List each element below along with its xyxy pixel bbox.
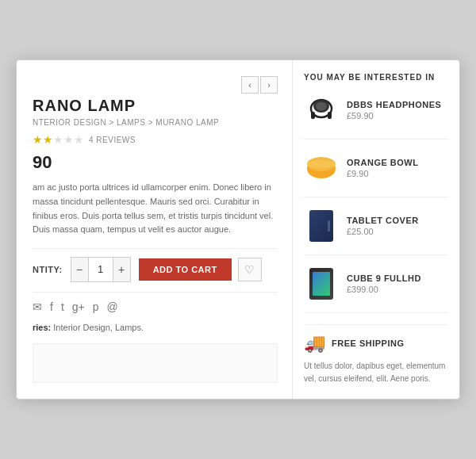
share-pinterest-icon[interactable]: p [93, 300, 99, 313]
next-product-button[interactable]: › [260, 76, 278, 94]
headphones-icon [305, 94, 337, 126]
star-3: ★ [53, 133, 63, 146]
interested-section-title: YOU MAY BE INTERESTED IN [304, 73, 448, 82]
bowl-price: £9.90 [347, 169, 418, 178]
tablet-cover-icon [309, 210, 333, 242]
headphones-thumbnail [304, 93, 339, 128]
reviews-count: 4 REVIEWS [89, 136, 136, 144]
svg-rect-1 [311, 112, 315, 119]
categories-label: ries: [33, 323, 51, 332]
categories-row: ries: Interior Design, Lamps. [33, 323, 278, 332]
svg-rect-2 [328, 112, 332, 119]
product-title: RANO LAMP [33, 97, 278, 115]
share-email-icon[interactable]: ✉ [33, 300, 42, 313]
quantity-row: NTITY: − + ADD TO CART ♡ [33, 257, 278, 282]
share-twitter-icon[interactable]: t [61, 300, 64, 313]
tablet-cover-price: £25.00 [347, 227, 419, 236]
bowl-name: ORANGE BOWL [347, 158, 418, 167]
star-2: ★ [43, 133, 53, 146]
cube9-price: £399.00 [347, 285, 421, 294]
bowl-info: ORANGE BOWL £9.90 [347, 158, 418, 178]
quantity-label: NTITY: [33, 265, 63, 274]
headphones-name: DBBS HEADPHONES [347, 100, 441, 109]
quantity-box: − + [71, 257, 131, 282]
add-to-cart-button[interactable]: ADD TO CART [139, 258, 232, 281]
shipping-title: FREE SHIPPING [332, 339, 404, 348]
divider-2 [33, 292, 278, 293]
categories-value: Interior Design, Lamps. [53, 323, 144, 332]
star-4: ★ [63, 133, 74, 146]
shipping-description: Ut tellus dolor, dapibus eget, elementum… [304, 360, 448, 385]
cube9-thumbnail [304, 266, 339, 301]
star-1: ★ [33, 133, 43, 146]
shipping-section: 🚚 FREE SHIPPING Ut tellus dolor, dapibus… [304, 324, 448, 385]
shipping-header: 🚚 FREE SHIPPING [304, 333, 448, 354]
left-panel: ‹ › RANO LAMP NTERIOR DESIGN > LAMPS > M… [17, 60, 293, 398]
tablet-cover-info: TABLET COVER £25.00 [347, 216, 419, 236]
quantity-input[interactable] [89, 259, 113, 279]
divider-1 [33, 248, 278, 249]
tablet-cover-name: TABLET COVER [347, 216, 419, 225]
share-mail-icon[interactable]: @ [107, 300, 118, 313]
headphones-info: DBBS HEADPHONES £59.90 [347, 100, 441, 120]
recommended-product-cube9[interactable]: CUBE 9 FULLHD £399.00 [304, 266, 448, 313]
prev-product-button[interactable]: ‹ [241, 76, 259, 94]
share-facebook-icon[interactable]: f [50, 300, 53, 313]
svg-point-4 [316, 102, 327, 111]
tablet-cover-thumbnail [304, 208, 339, 243]
headphones-price: £59.90 [347, 111, 441, 120]
right-panel: YOU MAY BE INTERESTED IN DBBS HEADPHONES… [293, 60, 459, 398]
recommended-product-bowl[interactable]: ORANGE BOWL £9.90 [304, 151, 448, 197]
quantity-plus-button[interactable]: + [113, 258, 130, 281]
cube9-info: CUBE 9 FULLHD £399.00 [347, 273, 421, 294]
truck-icon: 🚚 [304, 333, 325, 354]
share-google-icon[interactable]: g+ [72, 300, 85, 313]
comment-box [33, 343, 278, 383]
bowl-icon [304, 153, 339, 183]
tablet-screen [313, 272, 330, 296]
product-page-window: ‹ › RANO LAMP NTERIOR DESIGN > LAMPS > M… [16, 59, 460, 399]
wishlist-button[interactable]: ♡ [238, 258, 262, 281]
svg-point-7 [307, 160, 336, 168]
quantity-minus-button[interactable]: − [71, 258, 89, 281]
product-navigation: ‹ › [33, 76, 278, 94]
star-5: ★ [74, 133, 84, 146]
recommended-product-tablet-cover[interactable]: TABLET COVER £25.00 [304, 208, 448, 255]
rating-row: ★ ★ ★ ★ ★ 4 REVIEWS [33, 133, 278, 146]
product-price: 90 [33, 152, 278, 173]
product-description: am ac justo porta ultrices id ullamcorpe… [33, 181, 278, 236]
share-row: ✉ f t g+ p @ [33, 300, 278, 313]
breadcrumb: NTERIOR DESIGN > LAMPS > MURANO LAMP [33, 118, 278, 127]
cube9-icon [309, 268, 333, 300]
bowl-thumbnail [304, 151, 339, 186]
cube9-name: CUBE 9 FULLHD [347, 273, 421, 283]
recommended-product-headphones[interactable]: DBBS HEADPHONES £59.90 [304, 93, 448, 140]
